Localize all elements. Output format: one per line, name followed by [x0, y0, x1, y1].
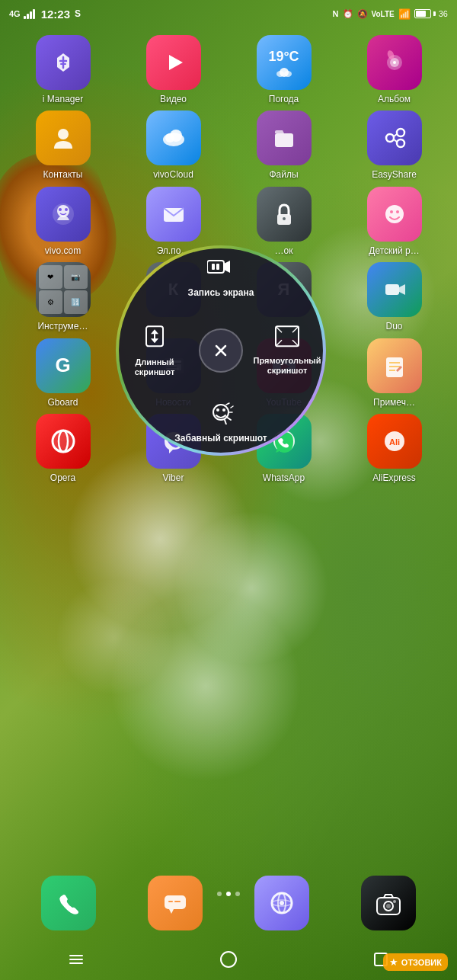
jovi-svg	[267, 888, 297, 918]
vivocom-icon[interactable]	[36, 187, 91, 242]
svg-point-3	[284, 71, 292, 77]
app-video[interactable]: Видео	[128, 35, 219, 104]
app-kids[interactable]: Детский р…	[349, 187, 440, 256]
app-contacts[interactable]: Контакты	[18, 110, 109, 180]
weather-icon[interactable]: 19°C	[257, 35, 312, 90]
app-tools[interactable]: ❤ 📷 ⚙ 🔢 Инструме…	[18, 262, 109, 331]
whatsapp-label: WhatsApp	[263, 472, 305, 483]
dock-phone-icon[interactable]	[41, 876, 96, 930]
app-files[interactable]: Файлы	[238, 110, 330, 180]
dock-jovi[interactable]	[236, 876, 328, 934]
svg-rect-49	[168, 901, 173, 902]
easyshare-svg	[379, 123, 410, 153]
svg-line-16	[394, 134, 397, 136]
app-weather[interactable]: 19°C Погода	[238, 35, 330, 104]
phone-svg	[53, 888, 84, 918]
screenshot-menu-container: Запись экрана Длинный скриншот Прямоугол…	[114, 244, 328, 457]
rect-screenshot-label: Прямоугольный скриншот	[253, 356, 321, 376]
svg-rect-67	[207, 261, 224, 273]
tools-mini-1: ❤	[39, 265, 62, 289]
album-icon[interactable]	[367, 35, 422, 90]
long-screenshot-svg	[143, 323, 166, 349]
vivocloud-icon[interactable]	[146, 110, 201, 165]
kids-icon[interactable]	[367, 187, 422, 242]
nav-home[interactable]	[209, 940, 248, 978]
menu-record[interactable]: Запись экрана	[171, 258, 270, 298]
menu-fun-screenshot[interactable]: Забавный скриншот	[171, 402, 270, 444]
tools-mini-2: 📷	[64, 265, 88, 289]
imanager-icon[interactable]	[36, 35, 91, 90]
long-screenshot-icon	[120, 323, 189, 354]
notes-icon[interactable]	[367, 338, 422, 393]
svg-text:Ali: Ali	[388, 437, 399, 447]
opera-icon[interactable]	[36, 414, 91, 469]
svg-point-20	[59, 208, 62, 211]
kids-label: Детский р…	[369, 245, 419, 256]
bar3	[30, 11, 32, 19]
dock-camera-icon[interactable]	[361, 876, 416, 930]
menu-close-button[interactable]	[199, 328, 243, 373]
nav-back-svg	[67, 950, 85, 969]
svg-line-76	[292, 326, 299, 332]
menu-rect-screenshot[interactable]: Прямоугольный скриншот	[253, 325, 321, 376]
app-notes[interactable]: Примеч…	[349, 338, 440, 408]
nav-home-svg	[219, 950, 238, 969]
app-vivocloud[interactable]: vivoCloud	[128, 110, 219, 180]
app-imanager[interactable]: i Manager	[18, 35, 109, 104]
tools-grid: ❤ 📷 ⚙ 🔢	[36, 262, 91, 317]
svg-marker-29	[399, 284, 405, 295]
dock-jovi-icon[interactable]	[254, 876, 309, 930]
gboard-icon[interactable]: G	[36, 338, 91, 393]
app-album[interactable]: Альбом	[349, 35, 440, 104]
contacts-label: Контакты	[43, 169, 83, 180]
contacts-icon[interactable]	[36, 110, 91, 165]
record-svg	[207, 258, 235, 279]
signal-bars	[24, 8, 35, 19]
video-icon[interactable]	[146, 35, 201, 90]
svg-rect-69	[216, 264, 219, 270]
svg-point-55	[280, 901, 284, 905]
lock-icon[interactable]	[257, 187, 312, 242]
tools-mini-4: 🔢	[64, 290, 88, 314]
vivocom-label: vivo.com	[45, 245, 81, 256]
battery-fill	[416, 11, 427, 17]
tools-icon[interactable]: ❤ 📷 ⚙ 🔢	[36, 262, 91, 317]
app-duo[interactable]: Duo	[349, 262, 440, 331]
svg-line-77	[276, 340, 282, 346]
svg-point-24	[283, 217, 286, 220]
svg-line-75	[276, 326, 282, 332]
app-aliexpress[interactable]: Ali AliExpress	[349, 414, 440, 483]
duo-icon[interactable]	[367, 262, 422, 317]
dock-messages[interactable]	[129, 876, 221, 934]
svg-marker-0	[169, 55, 183, 70]
app-opera[interactable]: Opera	[18, 414, 109, 483]
svg-point-15	[397, 139, 404, 147]
app-easyshare[interactable]: EasyShare	[349, 110, 440, 180]
aliexpress-label: AliExpress	[372, 472, 416, 483]
aliexpress-icon[interactable]: Ali	[367, 414, 422, 469]
lock-svg	[269, 199, 299, 229]
album-label: Альбом	[378, 94, 411, 104]
svg-point-14	[397, 129, 404, 136]
dock-camera[interactable]	[343, 876, 434, 934]
menu-long-screenshot[interactable]: Длинный скриншот	[120, 323, 189, 377]
dock-phone[interactable]	[23, 876, 114, 934]
opera-label: Opera	[50, 472, 75, 483]
email-icon[interactable]	[146, 187, 201, 242]
files-icon[interactable]	[257, 110, 312, 165]
svg-point-64	[221, 952, 236, 967]
gboard-label: Gboard	[47, 397, 78, 408]
svg-marker-48	[169, 909, 174, 914]
watermark: ★ ОТЗОВИК	[383, 953, 448, 971]
files-svg	[269, 123, 299, 153]
easyshare-icon[interactable]	[367, 110, 422, 165]
svg-marker-70	[224, 261, 230, 273]
dock-messages-icon[interactable]	[148, 876, 203, 930]
app-vivocom[interactable]: vivo.com	[18, 187, 109, 256]
svg-rect-28	[385, 284, 399, 295]
battery-body	[414, 9, 431, 18]
watermark-icon: ★	[389, 956, 398, 968]
nav-back[interactable]	[57, 940, 95, 978]
app-gboard[interactable]: G Gboard	[18, 338, 109, 408]
volte-icon: VoLTE	[372, 10, 395, 18]
